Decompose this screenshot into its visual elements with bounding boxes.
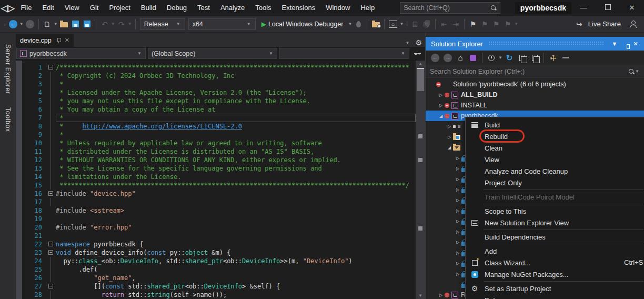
fold-margin[interactable]	[47, 131, 56, 139]
expander-icon[interactable]: ▷	[437, 103, 445, 108]
expander-icon[interactable]: ▷	[446, 135, 453, 139]
expander-icon[interactable]: ▷	[437, 293, 445, 297]
context-menu-item-clean[interactable]: Clean	[466, 142, 644, 154]
code-line-17[interactable]: 17	[22, 198, 416, 206]
tree-row-install[interactable]: ▷INSTALL	[426, 100, 644, 111]
tree-row-all-build[interactable]: ▷ALL_BUILD	[426, 89, 644, 100]
expander-icon[interactable]: ▷	[446, 124, 453, 129]
navigate-forward-button[interactable]: →	[24, 18, 36, 31]
panel-drag-grip[interactable]	[488, 41, 604, 46]
quick-search-input[interactable]: Search (Ctrl+Q)	[400, 2, 500, 14]
split-window-icon[interactable]	[414, 49, 422, 58]
code-line-24[interactable]: 24 py::class_<ob::DeviceInfo, std::share…	[22, 257, 416, 265]
tool-tab-server-explorer[interactable]: Server Explorer	[4, 44, 12, 94]
expander-icon[interactable]: ▷	[454, 156, 461, 161]
code-line-13[interactable]: 13 * See the License for the specific la…	[22, 164, 416, 173]
breadcrumb-project-dropdown[interactable]: pyorbbecsdk ▼	[16, 48, 146, 59]
context-menu-item-add[interactable]: Add	[466, 245, 644, 257]
fold-collapse-icon[interactable]: −	[48, 250, 53, 255]
fold-margin[interactable]	[47, 215, 56, 223]
menu-view[interactable]: View	[59, 0, 85, 16]
live-share-icon[interactable]: ↪	[573, 18, 585, 31]
context-menu-item-analyze-and-code-cleanup[interactable]: Analyze and Code Cleanup	[466, 165, 644, 177]
fold-collapse-icon[interactable]: −	[48, 65, 53, 69]
toolbar-grip[interactable]: ⁞	[406, 21, 407, 27]
expander-icon[interactable]: ▷	[454, 177, 461, 182]
platform-dropdown[interactable]: x64 ▼	[188, 18, 256, 30]
fold-margin[interactable]: −	[47, 240, 56, 248]
back-button[interactable]: ←	[429, 52, 441, 64]
fold-collapse-icon[interactable]: −	[48, 284, 53, 288]
fold-margin[interactable]: −	[47, 190, 56, 198]
show-all-files-button[interactable]	[528, 52, 541, 64]
attributes-button[interactable]: ⌂	[387, 18, 399, 31]
fold-collapse-icon[interactable]: −	[48, 191, 53, 196]
gear-icon[interactable]: ⚙	[415, 38, 422, 47]
filter-caret[interactable]: ▼	[498, 55, 503, 60]
collapse-all-button[interactable]	[516, 52, 528, 64]
fold-margin[interactable]	[47, 164, 56, 173]
debug-target-button[interactable]: Local Windows Debugger	[268, 21, 343, 28]
context-menu-item-view[interactable]: View	[466, 154, 644, 165]
menu-file[interactable]: File	[15, 0, 37, 16]
code-line-16[interactable]: 16−#include "device.hpp"	[22, 190, 416, 198]
code-line-23[interactable]: 23−void define_device_info(const py::obj…	[22, 248, 416, 257]
find-in-files-button[interactable]	[370, 18, 381, 31]
pin-icon[interactable]	[56, 37, 61, 43]
fold-margin[interactable]	[47, 257, 56, 265]
save-button[interactable]	[70, 18, 82, 31]
minimize-button[interactable]: —	[571, 0, 596, 16]
context-menu-item-new-solution-explorer-view[interactable]: New Solution Explorer View	[466, 217, 644, 228]
fold-margin[interactable]	[47, 72, 56, 80]
fold-margin[interactable]	[47, 147, 56, 156]
breadcrumb-scope-dropdown[interactable]: (Global Scope) ▼	[148, 48, 277, 59]
context-menu-item-build[interactable]: Build	[466, 119, 644, 131]
home-button[interactable]: ⌂	[454, 52, 467, 64]
fold-margin[interactable]	[47, 265, 56, 274]
expander-icon[interactable]: ◢	[437, 114, 445, 118]
hot-reload-icon[interactable]	[353, 18, 364, 31]
code-line-10[interactable]: 10 * Unless required by applicable law o…	[22, 139, 416, 147]
fold-margin[interactable]: −	[47, 282, 56, 291]
menu-extensions[interactable]: Extensions	[277, 0, 321, 16]
fold-margin[interactable]	[47, 173, 56, 181]
toolbar-grip[interactable]: ⁞	[4, 21, 5, 27]
scroll-down-icon[interactable]: ▼	[416, 293, 425, 298]
vertical-scrollbar[interactable]: ▲ ▼	[416, 61, 425, 299]
context-menu-item-scope-to-this[interactable]: Scope to This	[466, 205, 644, 217]
fold-margin[interactable]	[47, 274, 56, 282]
context-menu-item-project-only[interactable]: Project Only	[466, 177, 644, 188]
fold-margin[interactable]: −	[47, 248, 56, 257]
context-menu-item-class-wizard-[interactable]: Class Wizard...Ctrl+S	[466, 257, 644, 268]
expander-icon[interactable]: ◢	[446, 145, 453, 150]
menu-analyze[interactable]: Analyze	[215, 0, 250, 16]
close-button[interactable]: ✕	[620, 0, 644, 16]
forward-button[interactable]: →	[441, 52, 454, 64]
menu-test[interactable]: Test	[192, 0, 215, 16]
copy-structure-icon[interactable]: 🗐	[421, 18, 432, 31]
tool-tab-toolbox[interactable]: Toolbox	[4, 107, 12, 132]
configuration-dropdown[interactable]: Release ▼	[140, 18, 185, 30]
expander-icon[interactable]: ▷	[454, 198, 461, 203]
pending-changes-filter-button[interactable]	[485, 52, 498, 64]
search-options-caret[interactable]: ▼	[635, 69, 640, 74]
fold-margin[interactable]	[47, 114, 56, 122]
outline-icon[interactable]: 🗏	[409, 18, 421, 31]
code-line-8[interactable]: 8 * http://www.apache.org/licenses/LICEN…	[22, 122, 416, 131]
context-menu-item-build-dependencies[interactable]: Build Dependencies	[466, 231, 644, 243]
fold-collapse-icon[interactable]: −	[48, 242, 53, 246]
increase-indent-icon[interactable]: ⇥	[450, 18, 461, 31]
tree-row-solution-pyorbbecsdk-6-of-6-projects-[interactable]: Solution 'pyorbbecsdk' (6 of 6 projects)	[426, 79, 644, 89]
menu-help[interactable]: Help	[355, 0, 380, 16]
context-menu-item-set-as-startup-project[interactable]: ⚙Set as Startup Project	[466, 283, 644, 294]
expander-icon[interactable]: ▷	[454, 251, 461, 255]
previous-bookmark-button[interactable]: ⚑	[479, 18, 490, 31]
toggle-bookmark-button[interactable]: ⚑	[467, 18, 479, 31]
fold-margin[interactable]	[47, 88, 56, 97]
expander-icon[interactable]: ▷	[454, 272, 461, 276]
code-line-21[interactable]: 21	[22, 232, 416, 240]
expander-icon[interactable]: ▷	[454, 230, 461, 234]
menu-git[interactable]: Git	[85, 0, 104, 16]
expander-icon[interactable]: ▷	[454, 219, 461, 224]
menu-project[interactable]: Project	[104, 0, 135, 16]
